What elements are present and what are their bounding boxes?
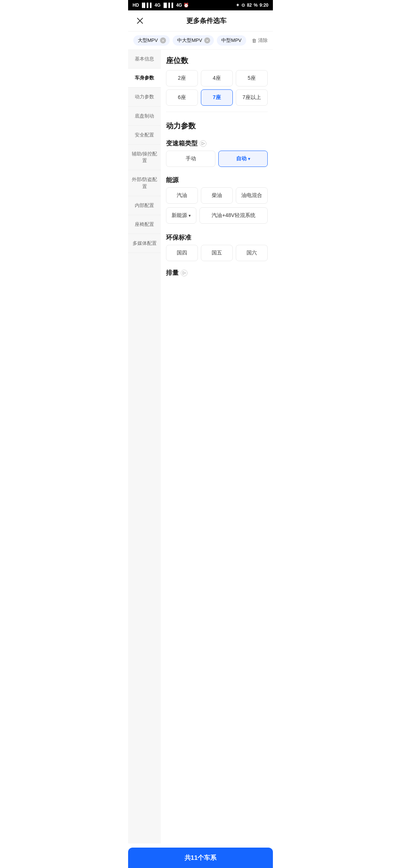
seat-option-7[interactable]: 7座 [201, 89, 233, 106]
status-right: ✦ ⊙ 82 % 9:20 [236, 3, 268, 8]
battery-level: 82 [247, 3, 252, 8]
energy-diesel[interactable]: 柴油 [201, 187, 233, 204]
sidebar-item-basic[interactable]: 基本信息 [128, 50, 161, 69]
bluetooth-icon: ✦ [236, 3, 239, 8]
seat-options: 2座 4座 5座 6座 7座 7座以上 [166, 70, 268, 106]
gearbox-info-icon[interactable]: ▷ [200, 140, 206, 147]
sidebar-item-power[interactable]: 动力参数 [128, 88, 161, 106]
status-carrier: HD [133, 3, 139, 8]
seat-option-2[interactable]: 2座 [166, 70, 198, 86]
tag-close-midlarge-mpv[interactable]: ✕ [204, 37, 210, 43]
time: 9:20 [260, 3, 268, 8]
sidebar-item-body[interactable]: 车身参数 [128, 69, 161, 88]
tag-close-large-mpv[interactable]: ✕ [160, 37, 166, 43]
tag-large-mpv[interactable]: 大型MPV ✕ [133, 35, 170, 46]
signal-icon-2: ▐▌▌▌ [162, 3, 175, 8]
energy-row2: 新能源 ▾ 汽油+48V轻混系统 [166, 207, 268, 224]
gearbox-auto[interactable]: 自动 ▾ [218, 151, 268, 167]
energy-mild-hybrid[interactable]: 汽油+48V轻混系统 [199, 207, 268, 224]
energy-ev[interactable]: 新能源 ▾ [166, 207, 196, 224]
displacement-title: 排量 ▷ [166, 265, 268, 280]
seat-option-6[interactable]: 6座 [166, 89, 198, 106]
wifi-icon: ⊙ [241, 3, 245, 8]
content-area: 座位数 2座 4座 5座 6座 7座 7座以上 动力参数 [161, 50, 273, 844]
chevron-down-icon: ▾ [248, 157, 250, 161]
tag-mid-mpv[interactable]: 中型MPV [217, 35, 246, 46]
energy-gasoline[interactable]: 汽油 [166, 187, 198, 204]
sidebar-item-safety[interactable]: 安全配置 [128, 126, 161, 145]
status-left: HD ▐▌▌▌ 4G ▐▌▌▌ 4G ⏰ [133, 3, 189, 8]
gearbox-options: 手动 自动 ▾ [166, 151, 268, 167]
divider [166, 112, 268, 112]
main-layout: 基本信息 车身参数 动力参数 底盘制动 安全配置 辅助/操控配置 外部/防盗配置… [128, 50, 273, 844]
header: 更多条件选车 [128, 10, 273, 32]
energy-title: 能源 [166, 172, 268, 187]
emission-gb4[interactable]: 国四 [166, 245, 198, 261]
clear-button[interactable]: 🗑 清除 [252, 37, 268, 44]
sidebar: 基本信息 车身参数 动力参数 底盘制动 安全配置 辅助/操控配置 外部/防盗配置… [128, 50, 161, 844]
power-section-title: 动力参数 [166, 115, 268, 135]
emission-gb6[interactable]: 国六 [236, 245, 268, 261]
chevron-down-ev-icon: ▾ [189, 213, 191, 218]
battery-icon: % [254, 3, 258, 8]
tag-label: 中大型MPV [177, 37, 202, 44]
clear-label: 清除 [258, 37, 268, 44]
sidebar-item-media[interactable]: 多媒体配置 [128, 234, 161, 253]
network-type-2: 4G [176, 3, 182, 8]
energy-row1: 汽油 柴油 油电混合 [166, 187, 268, 204]
displacement-info-icon[interactable]: ▷ [181, 270, 188, 276]
sidebar-item-seat[interactable]: 座椅配置 [128, 215, 161, 234]
gearbox-title: 变速箱类型 ▷ [166, 135, 268, 151]
seat-option-7plus[interactable]: 7座以上 [236, 89, 268, 106]
emission-title: 环保标准 [166, 230, 268, 245]
tag-label: 大型MPV [138, 37, 158, 44]
seat-option-4[interactable]: 4座 [201, 70, 233, 86]
seat-section-title: 座位数 [166, 50, 268, 70]
seat-option-5[interactable]: 5座 [236, 70, 268, 86]
sidebar-item-interior[interactable]: 内部配置 [128, 196, 161, 215]
energy-hybrid[interactable]: 油电混合 [236, 187, 268, 204]
tags-bar: 大型MPV ✕ 中大型MPV ✕ 中型MPV 🗑 清除 [128, 32, 273, 50]
close-button[interactable] [134, 15, 146, 27]
network-type: 4G [154, 3, 160, 8]
gearbox-manual[interactable]: 手动 [166, 151, 215, 167]
status-bar: HD ▐▌▌▌ 4G ▐▌▌▌ 4G ⏰ ✦ ⊙ 82 % 9:20 [128, 0, 273, 10]
sidebar-item-chassis[interactable]: 底盘制动 [128, 107, 161, 126]
trash-icon: 🗑 [252, 38, 257, 43]
emission-options: 国四 国五 国六 [166, 245, 268, 261]
signal-icon: ▐▌▌▌ [140, 3, 153, 8]
sidebar-item-assist[interactable]: 辅助/操控配置 [128, 145, 161, 170]
tag-midlarge-mpv[interactable]: 中大型MPV ✕ [173, 35, 214, 46]
alarm-icon: ⏰ [183, 3, 189, 8]
page-title: 更多条件选车 [146, 16, 267, 25]
tag-label: 中型MPV [221, 37, 241, 44]
sidebar-item-exterior[interactable]: 外部/防盗配置 [128, 170, 161, 196]
emission-gb5[interactable]: 国五 [201, 245, 233, 261]
